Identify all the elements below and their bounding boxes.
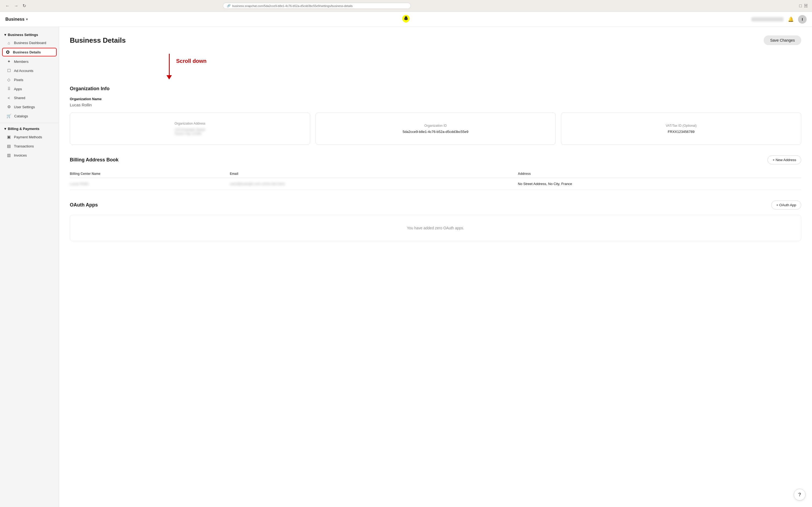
business-chevron-icon: ▾ xyxy=(26,17,27,21)
scroll-arrow-container xyxy=(167,54,172,79)
org-name-value: Lucas Rollin xyxy=(70,103,801,107)
pixels-icon: ◇ xyxy=(6,77,11,82)
scroll-label-container: Scroll down xyxy=(176,58,207,64)
org-id-card[interactable]: Organization ID 5da2cce9-b8e1-4c76-b52a-… xyxy=(315,113,556,145)
sidebar-item-label: Business Dashboard xyxy=(14,41,46,45)
sidebar-item-label: Shared xyxy=(14,96,25,100)
members-icon: ✦ xyxy=(6,59,11,64)
sidebar-item-invoices[interactable]: ▥ Invoices xyxy=(0,151,59,160)
org-section-header: Organization Info xyxy=(70,86,801,92)
org-address-card[interactable]: Organization Address 123 Example StreetS… xyxy=(70,113,310,145)
sidebar-item-business-details[interactable]: Business Details xyxy=(2,48,57,56)
sidebar-item-label: Transactions xyxy=(14,144,34,148)
sidebar-toggle-button[interactable]: ☵ xyxy=(804,3,808,8)
new-address-button[interactable]: + New Address xyxy=(767,156,801,164)
back-button[interactable]: ← xyxy=(4,2,11,9)
billing-name-blurred: Lucas Rollin xyxy=(70,182,89,186)
billing-table-header: Billing Center Name Email Address xyxy=(70,170,801,178)
shared-icon: < xyxy=(6,96,11,100)
sidebar-item-catalogs[interactable]: 🛒 Catalogs xyxy=(0,111,59,121)
email-blurred: user@example.com some text here xyxy=(230,182,285,186)
business-details-icon xyxy=(5,50,10,54)
svg-rect-1 xyxy=(7,51,9,53)
sidebar-item-label: Pixels xyxy=(14,78,23,82)
chevron-down-icon: ▾ xyxy=(4,33,6,37)
sidebar-section-business-settings[interactable]: ▾ Business Settings xyxy=(0,31,59,39)
billing-address-section: Billing Address Book + New Address Billi… xyxy=(70,156,801,190)
sidebar-item-label: Catalogs xyxy=(14,114,28,118)
oauth-empty-state: You have added zero OAuth apps. xyxy=(70,215,801,241)
address-cell: No Street Address, No City, France xyxy=(518,178,801,190)
payment-icon: ▣ xyxy=(6,134,11,139)
app-header: Business ▾ 🔔 I xyxy=(0,12,812,27)
sidebar-item-user-settings[interactable]: ⚙ User Settings xyxy=(0,102,59,111)
sidebar-item-members[interactable]: ✦ Members xyxy=(0,57,59,66)
col-address: Address xyxy=(518,170,801,178)
scroll-down-label: Scroll down xyxy=(176,58,207,64)
sidebar-item-label: Apps xyxy=(14,87,22,91)
org-vat-value: FRXX123456789 xyxy=(668,130,695,134)
sidebar-section-billing[interactable]: ▾ Billing & Payments xyxy=(0,125,59,132)
billing-table-body: Lucas Rollin user@example.com some text … xyxy=(70,178,801,190)
sidebar-section-label: Business Settings xyxy=(8,33,38,37)
main-content: Business Details Save Changes Scroll dow… xyxy=(59,27,812,507)
sidebar-item-apps[interactable]: ⠿ Apps xyxy=(0,84,59,94)
sidebar-item-label: Ad Accounts xyxy=(14,69,33,73)
page-header: Business Details Save Changes xyxy=(70,36,801,45)
transactions-icon: ▤ xyxy=(6,144,11,149)
sidebar-divider xyxy=(0,123,59,123)
org-name-label: Organization Name xyxy=(70,97,801,101)
settings-icon: ⚙ xyxy=(6,105,11,109)
sidebar-item-transactions[interactable]: ▤ Transactions xyxy=(0,142,59,151)
address-bar[interactable]: 🔗 business.snapchat.com/5da2cce9-b8e1-4c… xyxy=(223,3,411,9)
billing-section-label: Billing & Payments xyxy=(8,127,40,131)
arrow-head xyxy=(167,75,172,79)
page-title: Business Details xyxy=(70,36,126,45)
notification-bell-icon[interactable]: 🔔 xyxy=(788,16,794,22)
refresh-button[interactable]: ↻ xyxy=(21,2,27,9)
invoices-icon: ▥ xyxy=(6,153,11,158)
sidebar-item-shared[interactable]: < Shared xyxy=(0,94,59,102)
sidebar-item-ad-accounts[interactable]: ☐ Ad Accounts xyxy=(0,66,59,75)
browser-right: □ ☵ xyxy=(799,3,808,8)
business-menu[interactable]: Business ▾ xyxy=(5,17,27,22)
home-icon: ⌂ xyxy=(6,41,11,45)
forward-button[interactable]: → xyxy=(13,2,19,9)
sidebar-item-label: User Settings xyxy=(14,105,35,109)
oauth-section-title: OAuth Apps xyxy=(70,202,98,208)
new-tab-button[interactable]: □ xyxy=(799,3,802,8)
browser-bar: ← → ↻ 🔗 business.snapchat.com/5da2cce9-b… xyxy=(0,0,812,12)
folder-icon: ☐ xyxy=(6,68,11,73)
arrow-line xyxy=(169,54,170,75)
org-id-label: Organization ID xyxy=(424,124,447,127)
browser-controls: ← → ↻ xyxy=(4,2,27,9)
apps-icon: ⠿ xyxy=(6,87,11,91)
cart-icon: 🛒 xyxy=(6,114,11,118)
sidebar: ▾ Business Settings ⌂ Business Dashboard… xyxy=(0,27,59,507)
scroll-arrow xyxy=(167,54,172,79)
sidebar-item-business-dashboard[interactable]: ⌂ Business Dashboard xyxy=(0,39,59,47)
billing-center-name-cell: Lucas Rollin xyxy=(70,178,230,190)
avatar[interactable]: I xyxy=(798,15,807,23)
header-right: 🔔 I xyxy=(751,15,807,23)
table-row: Lucas Rollin user@example.com some text … xyxy=(70,178,801,190)
org-vat-card[interactable]: VAT/Tax ID (Optional) FRXX123456789 xyxy=(561,113,801,145)
save-changes-button[interactable]: Save Changes xyxy=(764,36,801,45)
email-cell: user@example.com some text here xyxy=(230,178,518,190)
sidebar-item-payment-methods[interactable]: ▣ Payment Methods xyxy=(0,132,59,142)
org-section-title: Organization Info xyxy=(70,86,110,92)
org-info-section: Organization Info Organization Name Luca… xyxy=(70,86,801,145)
help-button[interactable]: ? xyxy=(794,489,806,501)
chevron-down-icon: ▾ xyxy=(4,127,6,131)
lock-icon: 🔗 xyxy=(227,4,231,7)
col-email: Email xyxy=(230,170,518,178)
sidebar-item-label: Business Details xyxy=(13,50,41,54)
org-address-value: 123 Example StreetSome City 12345 xyxy=(175,127,205,135)
oauth-app-button[interactable]: + OAuth App xyxy=(771,201,801,210)
oauth-section: OAuth Apps + OAuth App You have added ze… xyxy=(70,201,801,241)
snapchat-logo xyxy=(402,14,410,24)
billing-section-header: Billing Address Book + New Address xyxy=(70,156,801,164)
sidebar-item-pixels[interactable]: ◇ Pixels xyxy=(0,75,59,84)
oauth-section-header: OAuth Apps + OAuth App xyxy=(70,201,801,210)
org-address-label: Organization Address xyxy=(175,122,206,125)
